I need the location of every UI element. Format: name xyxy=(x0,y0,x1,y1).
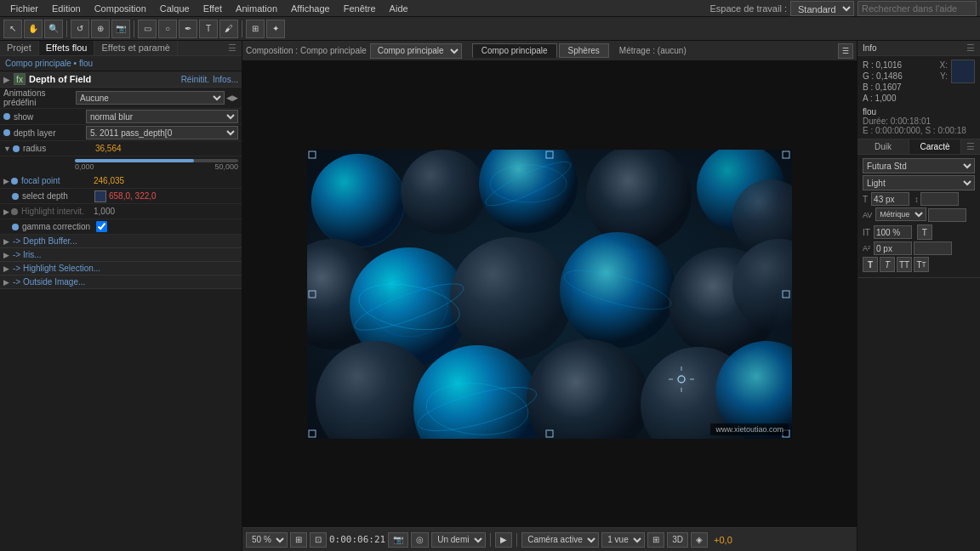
info-g: G : 0,1486 Y: xyxy=(863,71,948,82)
char-panel-menu[interactable]: ☰ xyxy=(961,139,980,154)
left-panel-menu[interactable]: ☰ xyxy=(223,41,242,55)
view-select[interactable]: 1 vue xyxy=(601,532,645,548)
font-style-select[interactable]: Light xyxy=(863,175,975,190)
preview-viewport[interactable]: www.xietoutiao.com xyxy=(307,150,792,439)
tsume-input[interactable] xyxy=(914,241,952,255)
tool-puppet[interactable]: ✦ xyxy=(266,20,285,38)
right-panel-header: Info ☰ xyxy=(858,41,980,56)
show-toggle[interactable] xyxy=(3,113,10,120)
shade-btn[interactable]: ◈ xyxy=(691,532,708,548)
tool-text[interactable]: T xyxy=(199,20,218,38)
animations-select[interactable]: Aucune xyxy=(76,91,225,105)
radius-expand[interactable]: ▼ xyxy=(3,145,11,153)
caps-btn[interactable]: TT xyxy=(897,257,912,272)
3d-btn[interactable]: 3D xyxy=(667,532,688,548)
tab-caractere[interactable]: Caractè xyxy=(909,139,961,154)
menu-fenetre[interactable]: Fenêtre xyxy=(337,2,383,15)
tracking-input[interactable] xyxy=(928,208,966,222)
menu-calque[interactable]: Calque xyxy=(153,2,197,15)
comp-tab-main[interactable]: Compo principale xyxy=(472,43,557,58)
layout-btn[interactable]: ⊞ xyxy=(647,532,664,548)
tool-orbit[interactable]: ⊕ xyxy=(91,20,110,38)
circle-btn[interactable]: ◎ xyxy=(411,532,429,548)
radius-slider[interactable] xyxy=(75,159,238,162)
effect-info[interactable]: Infos... xyxy=(213,75,238,84)
animations-label: Animations prédéfini xyxy=(3,88,76,107)
smallcaps-btn[interactable]: TT xyxy=(914,257,929,272)
right-panel-menu[interactable]: ☰ xyxy=(961,41,980,55)
tracking-type-label: AV xyxy=(863,211,872,219)
menu-animation[interactable]: Animation xyxy=(229,2,284,15)
depth-layer-select[interactable]: 5. 2011 pass_depth[0 xyxy=(86,126,238,139)
tool-camera[interactable]: 📷 xyxy=(111,20,130,38)
tool-select[interactable]: ↖ xyxy=(3,20,22,38)
effect-reset[interactable]: Réinitit. xyxy=(181,75,209,84)
animations-prev[interactable]: ◀ xyxy=(226,94,232,102)
grid-btn[interactable]: ⊡ xyxy=(310,532,327,548)
depth-buffer-section[interactable]: ▶ -> Depth Buffer... xyxy=(0,235,242,248)
bold-btn[interactable]: T xyxy=(863,257,878,272)
tool-hand[interactable]: ✋ xyxy=(24,20,43,38)
comp-tab-spheres[interactable]: Sphères xyxy=(559,43,609,58)
leading-input[interactable] xyxy=(920,192,959,206)
gamma-toggle[interactable] xyxy=(12,224,19,230)
font-name-select[interactable]: Futura Std xyxy=(863,158,975,173)
focal-point-value[interactable]: 246,035 xyxy=(94,176,238,185)
baseline-label: A² xyxy=(863,244,870,253)
preview-time[interactable]: 0:00:06:21 xyxy=(329,534,385,545)
italic-btn[interactable]: T xyxy=(880,257,895,272)
superscript-btn[interactable]: T xyxy=(917,224,932,240)
focal-point-label[interactable]: focal point xyxy=(21,176,94,185)
tool-pen[interactable]: ✒ xyxy=(179,20,197,38)
highlight-expand[interactable]: ▶ xyxy=(3,207,9,216)
menu-aide[interactable]: Aide xyxy=(383,2,415,15)
radius-toggle[interactable] xyxy=(13,145,20,152)
comp-menu-btn[interactable]: ☰ xyxy=(838,43,853,59)
iris-section[interactable]: ▶ -> Iris... xyxy=(0,248,242,262)
hscale-input[interactable] xyxy=(874,225,912,239)
focal-expand[interactable]: ▶ xyxy=(3,177,9,185)
menu-edition[interactable]: Edition xyxy=(45,2,88,15)
comp-select[interactable]: Compo principale xyxy=(370,43,462,59)
depth-layer-toggle[interactable] xyxy=(3,129,10,136)
select-depth-value[interactable]: 658,0, 322,0 xyxy=(109,191,238,201)
select-depth-toggle[interactable] xyxy=(12,193,19,200)
highlight-toggle[interactable] xyxy=(11,208,18,215)
menu-effet[interactable]: Effet xyxy=(197,2,229,15)
tab-projet[interactable]: Projet xyxy=(0,41,39,55)
font-size-input[interactable] xyxy=(871,192,909,206)
tab-duik[interactable]: Duik xyxy=(858,139,909,154)
search-input[interactable] xyxy=(858,1,977,16)
focal-toggle[interactable] xyxy=(11,178,18,185)
outside-image-section[interactable]: ▶ -> Outside Image... xyxy=(0,276,242,289)
tab-effets-param[interactable]: Effets et paramè xyxy=(94,41,178,55)
select-depth-swatch[interactable] xyxy=(94,190,106,202)
tracking-select[interactable]: Métrique xyxy=(875,207,926,221)
animations-next[interactable]: ▶ xyxy=(232,94,238,102)
footage-label: Métrage : (aucun) xyxy=(619,46,687,55)
tool-rect[interactable]: ▭ xyxy=(138,20,157,38)
tool-ellipse[interactable]: ○ xyxy=(158,20,177,38)
fit-btn[interactable]: ⊞ xyxy=(290,532,307,548)
gamma-checkbox[interactable] xyxy=(96,221,107,232)
menu-affichage[interactable]: Affichage xyxy=(284,2,337,15)
workspace-select[interactable]: Standard xyxy=(790,1,854,16)
camera-icon-btn[interactable]: 📷 xyxy=(388,532,408,548)
show-select[interactable]: normal blur xyxy=(86,110,238,123)
tool-rotate[interactable]: ↺ xyxy=(71,20,89,38)
highlight-selection-section[interactable]: ▶ -> Highlight Selection... xyxy=(0,262,242,276)
radius-value[interactable]: 36,564 xyxy=(95,144,238,153)
tool-zoom[interactable]: 🔍 xyxy=(44,20,63,38)
baseline-input[interactable] xyxy=(874,241,912,255)
tool-clone[interactable]: ⊞ xyxy=(246,20,265,38)
menu-fichier[interactable]: Fichier xyxy=(3,2,45,15)
menu-composition[interactable]: Composition xyxy=(88,2,153,15)
tab-effets-flou[interactable]: Effets flou xyxy=(39,41,95,55)
focal-point-row: ▶ focal point 246,035 xyxy=(0,173,242,189)
zoom-select[interactable]: 50 % xyxy=(246,532,288,548)
camera-select[interactable]: Caméra active xyxy=(521,532,599,548)
quality-select[interactable]: Un demi xyxy=(431,532,486,548)
render-btn[interactable]: ▶ xyxy=(495,532,512,548)
show-row: show normal blur xyxy=(0,109,242,125)
tool-paint[interactable]: 🖌 xyxy=(219,20,238,38)
